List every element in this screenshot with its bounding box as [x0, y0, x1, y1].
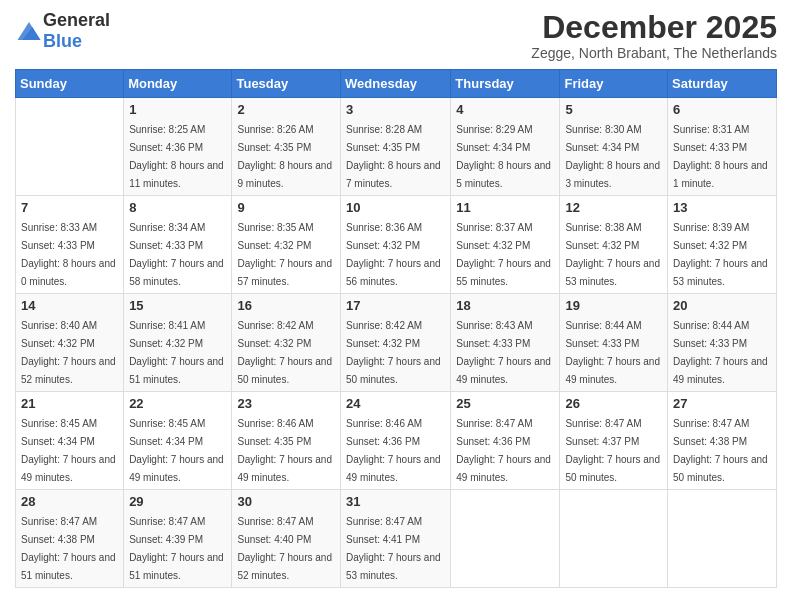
calendar-week-row: 1Sunrise: 8:25 AMSunset: 4:36 PMDaylight… [16, 98, 777, 196]
weekday-header-wednesday: Wednesday [341, 70, 451, 98]
calendar-cell: 24Sunrise: 8:46 AMSunset: 4:36 PMDayligh… [341, 392, 451, 490]
calendar-cell: 27Sunrise: 8:47 AMSunset: 4:38 PMDayligh… [668, 392, 777, 490]
day-info: Sunrise: 8:45 AMSunset: 4:34 PMDaylight:… [21, 418, 116, 483]
calendar-cell [668, 490, 777, 588]
calendar-cell: 8Sunrise: 8:34 AMSunset: 4:33 PMDaylight… [124, 196, 232, 294]
day-number: 11 [456, 200, 554, 215]
day-number: 21 [21, 396, 118, 411]
calendar-cell: 20Sunrise: 8:44 AMSunset: 4:33 PMDayligh… [668, 294, 777, 392]
calendar-cell: 22Sunrise: 8:45 AMSunset: 4:34 PMDayligh… [124, 392, 232, 490]
day-number: 4 [456, 102, 554, 117]
day-number: 30 [237, 494, 335, 509]
day-number: 27 [673, 396, 771, 411]
day-info: Sunrise: 8:43 AMSunset: 4:33 PMDaylight:… [456, 320, 551, 385]
weekday-header-sunday: Sunday [16, 70, 124, 98]
calendar-cell: 31Sunrise: 8:47 AMSunset: 4:41 PMDayligh… [341, 490, 451, 588]
day-number: 3 [346, 102, 445, 117]
logo: General Blue [15, 10, 110, 52]
day-info: Sunrise: 8:42 AMSunset: 4:32 PMDaylight:… [237, 320, 332, 385]
calendar-week-row: 21Sunrise: 8:45 AMSunset: 4:34 PMDayligh… [16, 392, 777, 490]
weekday-header-tuesday: Tuesday [232, 70, 341, 98]
calendar-cell: 14Sunrise: 8:40 AMSunset: 4:32 PMDayligh… [16, 294, 124, 392]
calendar-cell: 9Sunrise: 8:35 AMSunset: 4:32 PMDaylight… [232, 196, 341, 294]
day-info: Sunrise: 8:44 AMSunset: 4:33 PMDaylight:… [565, 320, 660, 385]
location-title: Zegge, North Brabant, The Netherlands [531, 45, 777, 61]
day-number: 7 [21, 200, 118, 215]
day-info: Sunrise: 8:46 AMSunset: 4:35 PMDaylight:… [237, 418, 332, 483]
day-number: 2 [237, 102, 335, 117]
calendar-cell: 15Sunrise: 8:41 AMSunset: 4:32 PMDayligh… [124, 294, 232, 392]
day-info: Sunrise: 8:47 AMSunset: 4:39 PMDaylight:… [129, 516, 224, 581]
calendar-cell: 12Sunrise: 8:38 AMSunset: 4:32 PMDayligh… [560, 196, 668, 294]
calendar-cell: 1Sunrise: 8:25 AMSunset: 4:36 PMDaylight… [124, 98, 232, 196]
day-info: Sunrise: 8:39 AMSunset: 4:32 PMDaylight:… [673, 222, 768, 287]
day-number: 13 [673, 200, 771, 215]
calendar-cell [560, 490, 668, 588]
day-info: Sunrise: 8:45 AMSunset: 4:34 PMDaylight:… [129, 418, 224, 483]
calendar-week-row: 28Sunrise: 8:47 AMSunset: 4:38 PMDayligh… [16, 490, 777, 588]
weekday-header-monday: Monday [124, 70, 232, 98]
day-number: 17 [346, 298, 445, 313]
day-info: Sunrise: 8:47 AMSunset: 4:38 PMDaylight:… [673, 418, 768, 483]
day-info: Sunrise: 8:44 AMSunset: 4:33 PMDaylight:… [673, 320, 768, 385]
weekday-header-thursday: Thursday [451, 70, 560, 98]
day-info: Sunrise: 8:34 AMSunset: 4:33 PMDaylight:… [129, 222, 224, 287]
day-number: 29 [129, 494, 226, 509]
day-number: 15 [129, 298, 226, 313]
day-info: Sunrise: 8:37 AMSunset: 4:32 PMDaylight:… [456, 222, 551, 287]
calendar-cell: 13Sunrise: 8:39 AMSunset: 4:32 PMDayligh… [668, 196, 777, 294]
day-number: 20 [673, 298, 771, 313]
calendar-cell [451, 490, 560, 588]
day-number: 26 [565, 396, 662, 411]
calendar-cell [16, 98, 124, 196]
calendar-table: SundayMondayTuesdayWednesdayThursdayFrid… [15, 69, 777, 588]
day-number: 10 [346, 200, 445, 215]
weekday-header-saturday: Saturday [668, 70, 777, 98]
day-info: Sunrise: 8:38 AMSunset: 4:32 PMDaylight:… [565, 222, 660, 287]
calendar-cell: 25Sunrise: 8:47 AMSunset: 4:36 PMDayligh… [451, 392, 560, 490]
month-title: December 2025 [531, 10, 777, 45]
day-info: Sunrise: 8:47 AMSunset: 4:38 PMDaylight:… [21, 516, 116, 581]
day-number: 8 [129, 200, 226, 215]
day-info: Sunrise: 8:26 AMSunset: 4:35 PMDaylight:… [237, 124, 332, 189]
calendar-cell: 5Sunrise: 8:30 AMSunset: 4:34 PMDaylight… [560, 98, 668, 196]
calendar-cell: 21Sunrise: 8:45 AMSunset: 4:34 PMDayligh… [16, 392, 124, 490]
calendar-cell: 10Sunrise: 8:36 AMSunset: 4:32 PMDayligh… [341, 196, 451, 294]
weekday-header-friday: Friday [560, 70, 668, 98]
calendar-cell: 3Sunrise: 8:28 AMSunset: 4:35 PMDaylight… [341, 98, 451, 196]
logo-blue-text: Blue [43, 31, 82, 51]
weekday-header-row: SundayMondayTuesdayWednesdayThursdayFrid… [16, 70, 777, 98]
day-info: Sunrise: 8:36 AMSunset: 4:32 PMDaylight:… [346, 222, 441, 287]
day-number: 22 [129, 396, 226, 411]
day-info: Sunrise: 8:30 AMSunset: 4:34 PMDaylight:… [565, 124, 660, 189]
page-header: General Blue December 2025 Zegge, North … [15, 10, 777, 61]
day-number: 16 [237, 298, 335, 313]
day-info: Sunrise: 8:40 AMSunset: 4:32 PMDaylight:… [21, 320, 116, 385]
day-number: 31 [346, 494, 445, 509]
day-number: 19 [565, 298, 662, 313]
calendar-cell: 17Sunrise: 8:42 AMSunset: 4:32 PMDayligh… [341, 294, 451, 392]
logo-icon [17, 22, 41, 40]
calendar-cell: 2Sunrise: 8:26 AMSunset: 4:35 PMDaylight… [232, 98, 341, 196]
title-area: December 2025 Zegge, North Brabant, The … [531, 10, 777, 61]
calendar-cell: 19Sunrise: 8:44 AMSunset: 4:33 PMDayligh… [560, 294, 668, 392]
day-info: Sunrise: 8:25 AMSunset: 4:36 PMDaylight:… [129, 124, 224, 189]
day-number: 5 [565, 102, 662, 117]
day-info: Sunrise: 8:42 AMSunset: 4:32 PMDaylight:… [346, 320, 441, 385]
day-number: 23 [237, 396, 335, 411]
calendar-cell: 16Sunrise: 8:42 AMSunset: 4:32 PMDayligh… [232, 294, 341, 392]
calendar-cell: 11Sunrise: 8:37 AMSunset: 4:32 PMDayligh… [451, 196, 560, 294]
calendar-cell: 28Sunrise: 8:47 AMSunset: 4:38 PMDayligh… [16, 490, 124, 588]
day-info: Sunrise: 8:41 AMSunset: 4:32 PMDaylight:… [129, 320, 224, 385]
day-number: 24 [346, 396, 445, 411]
calendar-cell: 23Sunrise: 8:46 AMSunset: 4:35 PMDayligh… [232, 392, 341, 490]
calendar-cell: 29Sunrise: 8:47 AMSunset: 4:39 PMDayligh… [124, 490, 232, 588]
calendar-cell: 4Sunrise: 8:29 AMSunset: 4:34 PMDaylight… [451, 98, 560, 196]
day-info: Sunrise: 8:28 AMSunset: 4:35 PMDaylight:… [346, 124, 441, 189]
day-info: Sunrise: 8:33 AMSunset: 4:33 PMDaylight:… [21, 222, 116, 287]
day-number: 6 [673, 102, 771, 117]
day-info: Sunrise: 8:47 AMSunset: 4:37 PMDaylight:… [565, 418, 660, 483]
day-number: 14 [21, 298, 118, 313]
calendar-cell: 18Sunrise: 8:43 AMSunset: 4:33 PMDayligh… [451, 294, 560, 392]
day-number: 12 [565, 200, 662, 215]
